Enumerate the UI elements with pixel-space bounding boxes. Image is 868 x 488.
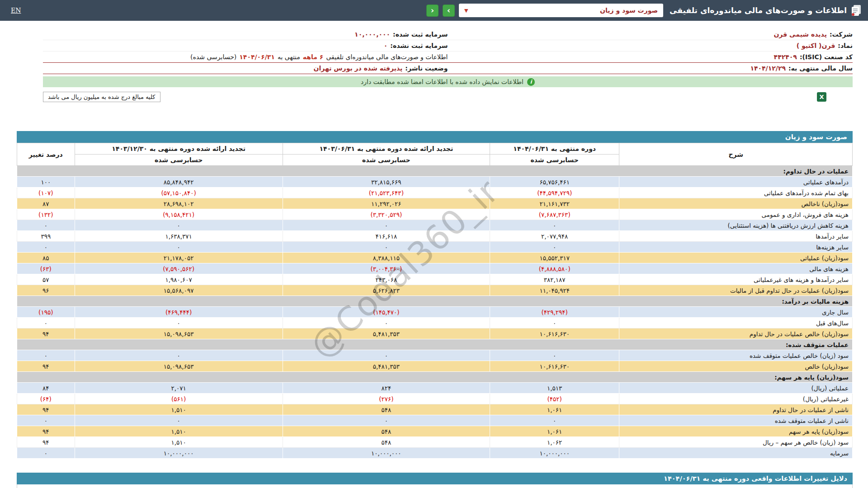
cell-restated-halfyear: ۴۱۶,۶۱۸: [283, 231, 490, 242]
row-label: سال جاری: [619, 307, 853, 318]
field-value: قرن( اکتیو ): [797, 42, 835, 49]
cell-restated-halfyear: ۲۴۳,۰۶۸: [283, 274, 490, 285]
cell-restated-year: ۰: [75, 415, 283, 426]
col-header-current-period: دوره منتهی به ۱۴۰۴/۰۶/۳۱: [490, 143, 619, 155]
cell-current-period: ۲,۰۷۷,۹۴۸: [490, 231, 619, 242]
company-info-row: سال مالی منتهی به: ۱۴۰۴/۱۲/۲۹ وضعیت ناشر…: [43, 63, 853, 74]
table-row: سود(زیان) عملیاتی۱۵,۵۵۲,۳۱۷۸,۳۸۸,۱۱۵۲۱,۱…: [17, 253, 853, 263]
table-row: ناشی از عملیات در حال تداوم۱,۰۶۱۵۴۸۱,۵۱۰…: [17, 404, 853, 415]
cell-restated-year: ۱,۵۱۰: [75, 404, 283, 415]
cell-current-period: ۰: [490, 350, 619, 361]
row-label: سایر درآمدها: [619, 231, 853, 242]
cell-change-pct: ۰: [17, 318, 75, 328]
table-header-row: شرح دوره منتهی به ۱۴۰۴/۰۶/۳۱ تجدید ارائه…: [17, 143, 853, 155]
table-row: سرمایه۱۰,۰۰۰,۰۰۰۱۰,۰۰۰,۰۰۰۱۰,۰۰۰,۰۰۰۰: [17, 448, 853, 459]
cell-restated-year: (۴۶۹,۴۴۴): [75, 307, 283, 318]
cell-change-pct: ۰: [17, 350, 75, 361]
cell-restated-year: ۲۸,۶۹۸,۱۰۲: [75, 198, 283, 209]
registered-capital-field: سرمایه ثبت شده: ۱۰,۰۰۰,۰۰۰: [43, 31, 448, 38]
cell-current-period: ۰: [490, 242, 619, 253]
section-label: عملیات متوقف شده:: [17, 339, 853, 350]
isic-code-field: کد صنعت (ISIC): ۴۴۲۴۰۹: [448, 53, 853, 61]
cell-change-pct: ۰: [17, 220, 75, 231]
col-header-change-pct: درصد تغییر: [17, 143, 75, 166]
cell-change-pct: ۳۹۹: [17, 231, 75, 242]
cell-restated-halfyear: ۸۲۴: [283, 383, 490, 394]
row-label: هزینه کاهش ارزش دریافتنی ها (هزینه استثن…: [619, 220, 853, 231]
row-label: بهای تمام شده درآمدهای عملیاتی: [619, 188, 853, 198]
cell-current-period: ۱,۵۱۳: [490, 383, 619, 394]
cell-restated-halfyear: ۰: [283, 242, 490, 253]
info-icon: i: [527, 78, 535, 86]
row-label: سود(زیان) خالص: [619, 361, 853, 372]
cell-change-pct: ۰: [17, 242, 75, 253]
section-label: سود(زیان) پایه هر سهم:: [17, 372, 853, 383]
fiscal-year-field: سال مالی منتهی به: ۱۴۰۴/۱۲/۲۹: [448, 65, 853, 72]
col-header-restated-year: تجدید ارائه شده دوره منتهی به ۱۴۰۳/۱۲/۳۰: [75, 143, 283, 155]
signature-match-notice: i اطلاعات نمایش داده شده با اطلاعات امضا…: [43, 76, 853, 87]
col-header-restated-halfyear: تجدید ارائه شده دوره منتهی به ۱۴۰۳/۰۶/۳۱: [283, 143, 490, 155]
subheader-audited: حسابرسی شده: [283, 155, 490, 166]
row-label: سرمایه: [619, 448, 853, 459]
cell-current-period: ۱۰,۰۰۰,۰۰۰: [490, 448, 619, 459]
row-label: سود(زیان) عملیات در حال تداوم قبل از مال…: [619, 285, 853, 296]
table-title: صورت سود و زیان: [17, 131, 853, 143]
language-toggle[interactable]: EN: [11, 7, 21, 14]
row-label: سود (زیان) خالص عملیات متوقف شده: [619, 350, 853, 361]
cell-restated-halfyear: (۲۱,۵۲۳,۶۴۳): [283, 188, 490, 198]
row-label: هزینه های فروش، اداری و عمومی: [619, 209, 853, 220]
row-label: سایر درآمدها و هزینه های غیرعملیاتی: [619, 274, 853, 285]
audit-status: (حسابرسی شده): [190, 53, 236, 61]
cell-current-period: (۴۴,۵۹۴,۷۲۹): [490, 188, 619, 198]
cell-change-pct: ۹۴: [17, 404, 75, 415]
cell-restated-year: ۰: [75, 350, 283, 361]
section-label: عملیات در حال تداوم:: [17, 166, 853, 177]
cell-change-pct: ۹۴: [17, 426, 75, 437]
profit-loss-table: شرح دوره منتهی به ۱۴۰۴/۰۶/۳۱ تجدید ارائه…: [17, 143, 853, 459]
prev-statement-button[interactable]: ‹: [426, 5, 439, 17]
cell-restated-year: ۰: [75, 242, 283, 253]
cell-change-pct: (۱۳۲): [17, 209, 75, 220]
cell-current-period: ۱۵,۵۵۲,۳۱۷: [490, 253, 619, 263]
row-label: درآمدهای عملیاتی: [619, 177, 853, 188]
field-value: ۰: [384, 42, 388, 49]
cell-change-pct: ۸۵: [17, 253, 75, 263]
topbar: اطلاعات و صورت‌های مالی میاندوره‌ای تلفی…: [0, 0, 868, 21]
cell-restated-halfyear: ۵,۶۲۶,۸۲۳: [283, 285, 490, 296]
cell-restated-halfyear: (۲۷۶): [283, 394, 490, 404]
cell-current-period: ۱۱,۰۴۵,۹۲۴: [490, 285, 619, 296]
cell-change-pct: (۱۰۷): [17, 188, 75, 198]
pl-table-body: عملیات در حال تداوم:درآمدهای عملیاتی۶۵,۷…: [17, 166, 853, 459]
cell-restated-year: ۱۵,۰۹۸,۶۵۳: [75, 361, 283, 372]
row-label: سال‌های قبل: [619, 318, 853, 328]
table-row: ناشی از عملیات متوقف شده۰۰۰۰: [17, 415, 853, 426]
cell-change-pct: (۱۹۵): [17, 307, 75, 318]
statement-select[interactable]: صورت سود و زیان ▼: [459, 4, 663, 17]
row-label: سود(زیان) خالص عملیات در حال تداوم: [619, 328, 853, 339]
row-label: ناشی از عملیات متوقف شده: [619, 415, 853, 426]
table-row: سود(زیان) پایه هر سهم۱,۰۶۱۵۴۸۱,۵۱۰۹۴: [17, 426, 853, 437]
section-label: هزینه مالیات بر درآمد:: [17, 296, 853, 307]
cell-current-period: ۳۸۲,۱۸۷: [490, 274, 619, 285]
table-row: عملیاتی (ریال)۱,۵۱۳۸۲۴۲,۰۷۱۸۴: [17, 383, 853, 394]
issuer-status-field: وضعیت ناشر: پذیرفته شده در بورس تهران: [43, 65, 448, 72]
excel-export-icon[interactable]: X: [817, 92, 826, 102]
next-statement-button[interactable]: ›: [443, 5, 455, 17]
cell-current-period: (۴,۸۸۸,۵۸۰): [490, 263, 619, 274]
row-label: ناشی از عملیات در حال تداوم: [619, 404, 853, 415]
table-row: هزینه های مالی(۴,۸۸۸,۵۸۰)(۳,۰۰۴,۳۶۰)(۷,۵…: [17, 263, 853, 274]
field-label: کد صنعت (ISIC):: [800, 53, 853, 61]
cell-restated-year: ۰: [75, 318, 283, 328]
cell-restated-year: ۱۵,۰۹۸,۶۵۳: [75, 328, 283, 339]
cell-restated-halfyear: ۱۰,۰۰۰,۰۰۰: [283, 448, 490, 459]
statements-icon: [851, 5, 862, 16]
table-row: سایر درآمدها و هزینه های غیرعملیاتی۳۸۲,۱…: [17, 274, 853, 285]
cell-current-period: ۶۵,۷۵۶,۴۶۱: [490, 177, 619, 188]
profit-loss-statement: صورت سود و زیان شرح دوره منتهی به ۱۴۰۴/۰…: [17, 131, 853, 459]
cell-change-pct: ۵۷: [17, 274, 75, 285]
cell-change-pct: ۹۶: [17, 285, 75, 296]
table-row: غیرعملیاتی (ریال)(۴۵۲)(۲۷۶)(۵۶۱)(۶۴): [17, 394, 853, 404]
period-length: ۶ ماهه: [303, 53, 324, 61]
cell-current-period: ۱,۰۶۲: [490, 437, 619, 448]
period-text: اطلاعات و صورت‌های مالی میاندوره‌ای تلفی…: [326, 53, 448, 61]
